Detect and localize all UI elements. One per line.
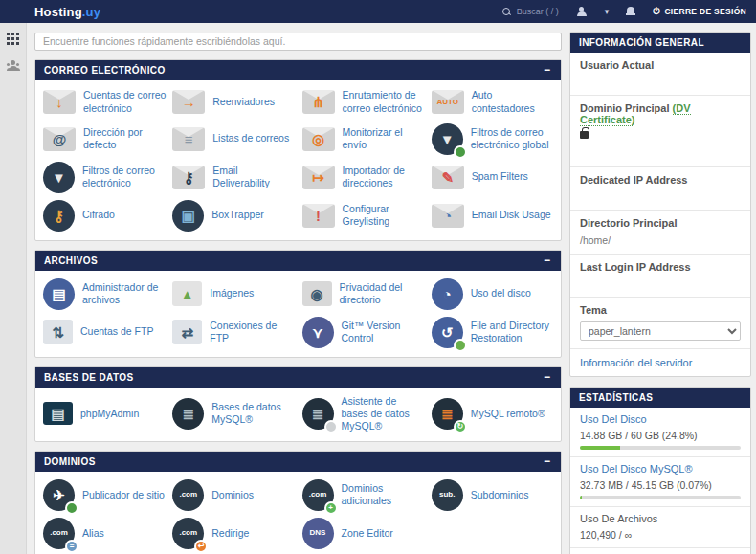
feature-item-track-delivery[interactable]: ◎Monitorizar el envío [302,123,426,155]
envelope-at-icon: @ [43,127,76,151]
feature-label: Email Disk Usage [472,209,551,221]
feature-item-forwarders[interactable]: →Reenviadores [172,88,296,117]
feature-item-redirects[interactable]: .com↩Redirige [172,518,296,549]
section-items: ▤Administrador de archivos▲Imágenes◉Priv… [35,271,561,357]
quick-find-input[interactable] [34,33,562,51]
feature-item-spam-filters[interactable]: ✎Spam Filters [432,162,555,193]
dot-com-plus-icon: .com+ [302,479,334,511]
feature-item-aliases[interactable]: .com=Alias [43,518,167,549]
feature-item-mailing-lists[interactable]: ≡Listas de correos [172,123,296,155]
usage-progress-fill [580,446,620,450]
feature-item-subdomains[interactable]: sub.Subdominios [432,479,555,511]
feature-label: File and Directory Restoration [471,320,555,344]
collapse-section-button[interactable]: − [542,64,552,76]
collapse-section-button[interactable]: − [542,371,552,383]
icon-badge [65,501,78,515]
dv-certificate-link[interactable]: (DV Certificate) [580,102,691,126]
chevron-down-icon[interactable]: ▾ [605,7,610,16]
restore-clock-icon: ↺ [432,317,463,348]
icon-glyph: ◉ [310,287,322,301]
feature-item-addon-domains[interactable]: .com+Dominios adicionales [302,479,426,511]
icon-glyph: .com [50,529,68,537]
feature-item-ftp-connections[interactable]: ⇄Conexiones de FTP [172,317,296,348]
feature-item-phpmyadmin[interactable]: ▤phpMyAdmin [43,395,167,432]
icon-glyph: ⋔ [312,95,324,109]
feature-item-mysql-database-wizard[interactable]: ≣Asistente de bases de datos MySQL® [302,395,426,432]
feature-item-email-deliverability[interactable]: ⚷Email Deliverability [172,162,296,193]
theme-select[interactable]: paper_lantern [580,321,741,341]
info-label: Dedicated IP Address [580,174,741,186]
feature-item-zone-editor[interactable]: DNSZone Editor [302,518,426,549]
logout-button[interactable]: ⏻ CIERRE DE SESIÓN [653,7,746,16]
section-header: CORREO ELECTRÓNICO− [35,60,561,80]
general-information-header: INFORMACIÓN GENERAL [570,33,750,53]
feature-item-git-version-control[interactable]: ⋎Git™ Version Control [302,317,426,348]
section-items: ▤phpMyAdmin≣Bases de datos MySQL®≣Asiste… [35,388,561,441]
database-wizard-icon: ≣ [302,398,334,430]
section-title: ARCHIVOS [44,255,98,266]
envelope-alert-icon: ! [302,204,335,228]
icon-glyph: .com [309,491,327,499]
brand-logo[interactable]: Hosting.uy [34,5,100,19]
info-label: Last Login IP Address [580,261,741,273]
feature-label: Alias [82,527,104,540]
feature-label: Zone Editor [342,527,393,540]
right-sidebar: INFORMACIÓN GENERAL Usuario ActualDomini… [569,32,751,554]
feature-item-encryption[interactable]: ⚷Cifrado [43,200,167,232]
feature-item-domains[interactable]: .comDominios [172,479,296,511]
feature-item-email-accounts[interactable]: ↓Cuentas de correo electrónico [43,88,167,117]
database-icon: ≣ [172,398,204,430]
feature-item-autoresponders[interactable]: AUTOAuto contestadores [432,88,555,117]
paper-plane-globe-icon: ✈ [43,479,75,511]
feature-label: Monitorizar el envío [343,126,426,151]
topbar-search[interactable]: Buscar ( / ) [502,7,559,16]
user-icon[interactable] [576,7,588,17]
feature-item-remote-mysql[interactable]: ≣↻MySQL remoto® [432,395,555,432]
section-header: DOMINIOS− [35,452,561,472]
section-header: ARCHIVOS− [35,251,561,271]
feature-item-email-filters[interactable]: ▼Filtros de correo electrónico [43,162,167,193]
feature-label: Configurar Greylisting [343,203,426,228]
icon-badge [454,339,467,352]
stat-row-bandwidth: Banda Ancha8.43 GB / ∞ [570,547,750,554]
icon-glyph: .com [179,491,197,499]
feature-item-address-importer[interactable]: ↦Importador de direcciones [302,162,426,193]
envelope-list-icon: ≡ [172,127,205,151]
server-information-link[interactable]: Información del servidor [570,348,750,376]
envelope-download-icon: ↓ [43,90,76,114]
feature-item-boxtrapper[interactable]: ▣BoxTrapper [172,200,296,232]
apps-grid-icon[interactable] [7,33,19,45]
section-title: BASES DE DATOS [44,372,134,383]
feature-item-site-publisher[interactable]: ✈Publicador de sitio [43,479,167,511]
logout-label: CIERRE DE SESIÓN [664,7,746,16]
feature-item-ftp-accounts[interactable]: ⇅Cuentas de FTP [43,317,167,348]
feature-item-email-routing[interactable]: ⋔Enrutamiento de correo electrónico [302,88,426,117]
feature-item-disk-usage[interactable]: ◔Uso del disco [432,278,555,310]
collapse-section-button[interactable]: − [542,255,552,266]
feature-item-file-manager[interactable]: ▤Administrador de archivos [43,278,167,310]
feature-label: Asistente de bases de datos MySQL® [342,395,426,432]
icon-glyph: ↺ [441,325,454,340]
icon-glyph: ▼ [440,132,455,146]
feature-item-global-email-filters[interactable]: ▼Filtros de correo electrónico global [432,123,555,155]
dot-com-redirect-icon: .com↩ [172,518,204,549]
file-cabinet-icon: ▤ [43,278,75,310]
user-manager-icon[interactable] [6,60,21,71]
feature-label: Spam Filters [472,170,528,183]
feature-item-images[interactable]: ▲Imágenes [172,278,296,310]
feature-item-mysql-databases[interactable]: ≣Bases de datos MySQL® [172,395,296,432]
feature-item-directory-privacy[interactable]: ◉Privacidad del directorio [302,278,426,310]
feature-item-email-disk-usage[interactable]: ◔Email Disk Usage [432,200,555,232]
feature-label: Dirección por defecto [83,126,167,151]
feature-label: Administrador de archivos [82,281,167,306]
collapse-section-button[interactable]: − [542,455,552,467]
stat-label[interactable]: Uso Del Disco [580,413,741,425]
feature-item-default-address[interactable]: @Dirección por defecto [43,123,167,155]
feature-section: DOMINIOS−✈Publicador de sitio.comDominio… [34,451,562,554]
stat-label[interactable]: Uso Del Disco MySQL® [580,463,741,475]
feature-item-file-restoration[interactable]: ↺File and Directory Restoration [432,317,555,348]
notifications-bell-icon[interactable] [626,7,635,17]
feature-item-configure-greylisting[interactable]: !Configurar Greylisting [302,200,426,232]
feature-label: Listas de correos [212,132,289,144]
usage-progress-bar [580,496,741,499]
